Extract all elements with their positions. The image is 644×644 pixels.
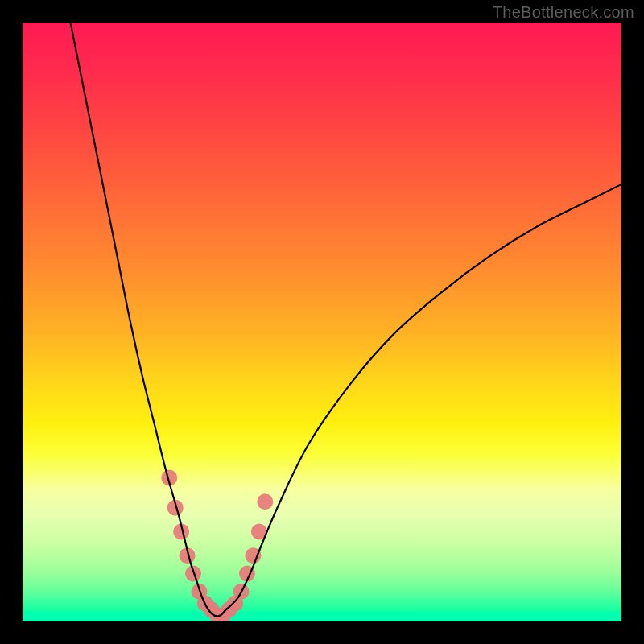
chart-frame: TheBottleneck.com bbox=[0, 0, 644, 644]
plot-area bbox=[23, 23, 621, 621]
marker-dot bbox=[257, 493, 273, 510]
marker-layer bbox=[161, 469, 273, 621]
bottleneck-curve bbox=[71, 23, 621, 617]
chart-svg bbox=[23, 23, 621, 621]
watermark-text: TheBottleneck.com bbox=[493, 3, 634, 22]
